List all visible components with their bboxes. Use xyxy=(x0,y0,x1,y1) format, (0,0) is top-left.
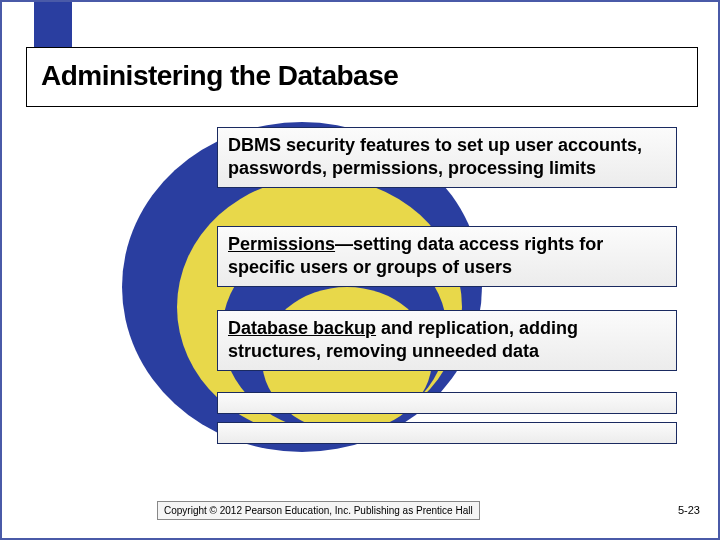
slide: Administering the Database DBMS security… xyxy=(0,0,720,540)
bullet-5-empty xyxy=(217,422,677,444)
bullet-underline: Database backup xyxy=(228,318,376,338)
bullet-2: Permissions—setting data access rights f… xyxy=(217,226,677,287)
bullet-4-empty xyxy=(217,392,677,414)
bullet-underline: Permissions xyxy=(228,234,335,254)
bullet-text: DBMS security features to set up user ac… xyxy=(228,135,642,178)
copyright: Copyright © 2012 Pearson Education, Inc.… xyxy=(157,501,480,520)
title-box: Administering the Database xyxy=(26,47,698,107)
bullet-3: Database backup and replication, adding … xyxy=(217,310,677,371)
page-number: 5-23 xyxy=(678,504,700,516)
slide-title: Administering the Database xyxy=(41,60,683,92)
bullet-1: DBMS security features to set up user ac… xyxy=(217,127,677,188)
